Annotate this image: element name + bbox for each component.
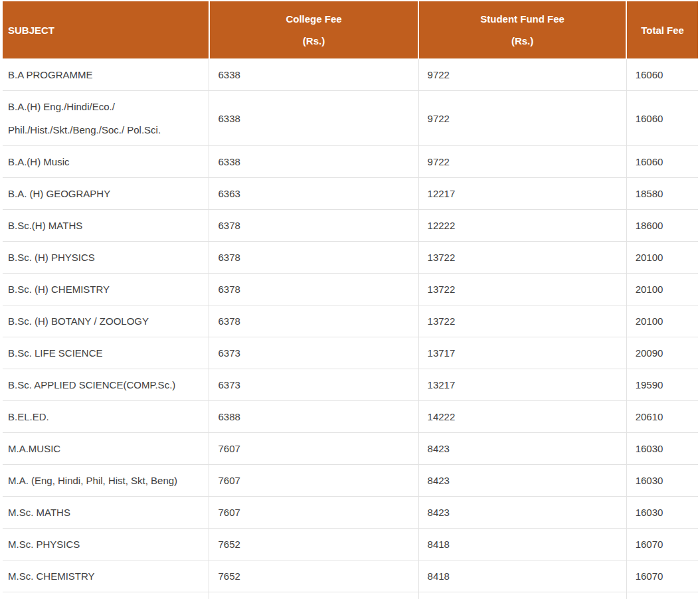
col-header-college-fee: College Fee (Rs.) bbox=[209, 1, 418, 59]
table-row: M.A.MUSIC 7607 8423 16030 bbox=[3, 433, 698, 465]
table-row: B.Sc. (H) CHEMISTRY 6378 13722 20100 bbox=[3, 274, 698, 305]
total-fee-cell: 20090 bbox=[626, 337, 698, 369]
fee-table: SUBJECT College Fee (Rs.) Student Fund F… bbox=[3, 1, 698, 599]
subject-text: B.Sc. LIFE SCIENCE bbox=[8, 341, 200, 365]
college-fee-cell: 6338 bbox=[209, 59, 418, 91]
student-fund-fee-cell: 8418 bbox=[418, 529, 626, 560]
subject-cell: M.Sc. CHEMISTRY bbox=[3, 560, 209, 592]
subject-text: B.Sc. APPLIED SCIENCE(COMP.Sc.) bbox=[8, 373, 200, 396]
subject-text: B.Sc. (H) BOTANY / ZOOLOGY bbox=[8, 309, 200, 333]
table-row: B.A.(H) Music 6338 9722 16060 bbox=[3, 146, 698, 178]
subject-text: M.Sc. CHEMISTRY bbox=[8, 564, 200, 588]
subject-text: B.A.(H) Music bbox=[8, 150, 200, 173]
col-header-subject: SUBJECT bbox=[3, 1, 209, 59]
total-fee-cell: 20610 bbox=[626, 401, 698, 433]
table-row: B.EL.ED. 6388 14222 20610 bbox=[3, 401, 698, 433]
student-fund-fee-cell: 8418 bbox=[418, 560, 626, 592]
col-header-college-fee-label: College Fee bbox=[218, 8, 410, 30]
subject-cell: B.A.(H) Music bbox=[3, 146, 209, 178]
subject-text: M.A.MUSIC bbox=[8, 437, 200, 460]
table-row: B.Sc. (H) BOTANY / ZOOLOGY 6378 13722 20… bbox=[3, 305, 698, 337]
total-fee-cell: 16030 bbox=[626, 433, 698, 465]
student-fund-fee-cell: 12222 bbox=[418, 210, 626, 242]
total-fee-cell: 16060 bbox=[626, 146, 698, 178]
table-row: M.Sc. MATHS 7607 8423 16030 bbox=[3, 497, 698, 529]
subject-cell: B.EL.ED. bbox=[3, 401, 209, 433]
college-fee-cell: 6373 bbox=[209, 369, 418, 401]
college-fee-cell: 6373 bbox=[209, 337, 418, 369]
col-header-student-fund-fee: Student Fund Fee (Rs.) bbox=[418, 1, 626, 59]
subject-text: B.A PROGRAMME bbox=[8, 63, 200, 86]
subject-cell: B.Sc. (H) PHYSICS bbox=[3, 242, 209, 274]
student-fund-fee-cell: 8423 bbox=[418, 465, 626, 497]
total-fee-cell: 18580 bbox=[626, 178, 698, 210]
college-fee-cell: 7652 bbox=[209, 529, 418, 560]
subject-cell: M.Sc. PHYSICS bbox=[3, 529, 209, 560]
student-fund-fee-cell: 9722 bbox=[418, 59, 626, 91]
college-fee-cell: 6378 bbox=[209, 305, 418, 337]
subject-cell: B.A PROGRAMME bbox=[3, 59, 209, 91]
subject-cell bbox=[3, 592, 209, 599]
college-fee-cell: 7607 bbox=[209, 497, 418, 529]
subject-cell: M.Sc. MATHS bbox=[3, 497, 209, 529]
college-fee-cell: 6338 bbox=[209, 91, 418, 146]
subject-text: B.Sc.(H) MATHS bbox=[8, 214, 200, 237]
subject-text: B.A. (H) GEOGRAPHY bbox=[8, 182, 200, 205]
student-fund-fee-cell: 9722 bbox=[418, 146, 626, 178]
col-header-student-fund-fee-label: Student Fund Fee bbox=[427, 8, 618, 30]
college-fee-cell: 6363 bbox=[209, 178, 418, 210]
table-row: B.A. (H) GEOGRAPHY 6363 12217 18580 bbox=[3, 178, 698, 210]
subject-text: B.A.(H) Eng./Hindi/Eco./ bbox=[8, 95, 200, 118]
student-fund-fee-cell: 8423 bbox=[418, 497, 626, 529]
table-row: B.Sc. (H) PHYSICS 6378 13722 20100 bbox=[3, 242, 698, 274]
total-fee-cell: 16060 bbox=[626, 91, 698, 146]
subject-cell: B.Sc. (H) CHEMISTRY bbox=[3, 274, 209, 305]
total-fee-cell: 20100 bbox=[626, 274, 698, 305]
total-fee-cell: 16030 bbox=[626, 497, 698, 529]
subject-text: B.Sc. (H) CHEMISTRY bbox=[8, 278, 200, 301]
total-fee-cell: 16070 bbox=[626, 560, 698, 592]
col-header-subject-label: SUBJECT bbox=[8, 19, 201, 41]
total-fee-cell: 16060 bbox=[626, 59, 698, 91]
table-row: B.A.(H) Eng./Hindi/Eco./Phil./Hist./Skt.… bbox=[3, 91, 698, 146]
subject-cell: M.A. (Eng, Hindi, Phil, Hist, Skt, Beng) bbox=[3, 465, 209, 497]
col-header-total-fee-label: Total Fee bbox=[635, 19, 690, 41]
college-fee-cell: 7607 bbox=[209, 465, 418, 497]
college-fee-cell: 6338 bbox=[209, 146, 418, 178]
subject-text: M.Sc. PHYSICS bbox=[8, 533, 200, 556]
subject-text: B.EL.ED. bbox=[8, 405, 200, 428]
subject-text: B.Sc. (H) PHYSICS bbox=[8, 246, 200, 269]
student-fund-fee-cell: 13722 bbox=[418, 274, 626, 305]
partial-next-row bbox=[3, 592, 698, 599]
total-fee-cell: 20100 bbox=[626, 305, 698, 337]
subject-cell: B.A. (H) GEOGRAPHY bbox=[3, 178, 209, 210]
table-row: B.Sc. APPLIED SCIENCE(COMP.Sc.) 6373 132… bbox=[3, 369, 698, 401]
total-fee-cell bbox=[626, 592, 698, 599]
total-fee-cell: 16030 bbox=[626, 465, 698, 497]
college-fee-cell: 6378 bbox=[209, 210, 418, 242]
student-fund-fee-cell: 13722 bbox=[418, 305, 626, 337]
student-fund-fee-cell: 9722 bbox=[418, 91, 626, 146]
subject-cell: B.Sc. LIFE SCIENCE bbox=[3, 337, 209, 369]
fee-table-container: SUBJECT College Fee (Rs.) Student Fund F… bbox=[0, 0, 700, 599]
total-fee-cell: 19590 bbox=[626, 369, 698, 401]
total-fee-cell: 20100 bbox=[626, 242, 698, 274]
subject-text-line2: Phil./Hist./Skt./Beng./Soc./ Pol.Sci. bbox=[8, 118, 200, 141]
subject-cell: B.Sc. (H) BOTANY / ZOOLOGY bbox=[3, 305, 209, 337]
college-fee-cell: 6388 bbox=[209, 401, 418, 433]
subject-cell: M.A.MUSIC bbox=[3, 433, 209, 465]
student-fund-fee-cell: 14222 bbox=[418, 401, 626, 433]
college-fee-cell: 6378 bbox=[209, 242, 418, 274]
student-fund-fee-cell: 13717 bbox=[418, 337, 626, 369]
total-fee-cell: 18600 bbox=[626, 210, 698, 242]
table-row: B.Sc.(H) MATHS 6378 12222 18600 bbox=[3, 210, 698, 242]
student-fund-fee-cell bbox=[418, 592, 626, 599]
student-fund-fee-cell: 13722 bbox=[418, 242, 626, 274]
college-fee-cell: 7652 bbox=[209, 560, 418, 592]
college-fee-cell: 6378 bbox=[209, 274, 418, 305]
subject-cell: B.A.(H) Eng./Hindi/Eco./Phil./Hist./Skt.… bbox=[3, 91, 209, 146]
subject-cell: B.Sc. APPLIED SCIENCE(COMP.Sc.) bbox=[3, 369, 209, 401]
col-header-total-fee: Total Fee bbox=[626, 1, 698, 59]
subject-text: M.Sc. MATHS bbox=[8, 501, 200, 524]
table-row: B.A PROGRAMME 6338 9722 16060 bbox=[3, 59, 698, 91]
